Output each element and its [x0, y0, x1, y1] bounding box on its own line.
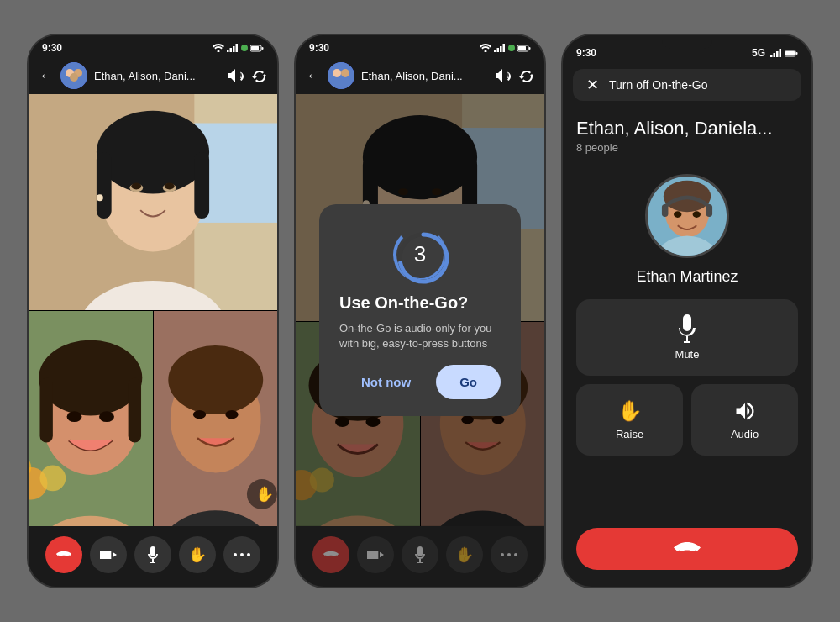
- phone-2: 9:30 ←: [294, 34, 546, 588]
- svg-rect-111: [686, 336, 688, 342]
- svg-rect-55: [503, 44, 506, 52]
- phone3-avatar-section: Ethan Martinez: [563, 167, 811, 299]
- dialog-buttons: Not now Go: [339, 365, 501, 399]
- status-icons-2: [480, 44, 531, 52]
- audio-label-3: Audio: [731, 428, 759, 440]
- video-button-1[interactable]: [90, 536, 127, 573]
- call-header-icons-1: [228, 69, 267, 82]
- avatar-group-1: [60, 62, 87, 89]
- end-call-button-2[interactable]: [312, 536, 349, 573]
- svg-point-42: [225, 409, 238, 418]
- time-3: 9:30: [576, 47, 596, 59]
- svg-rect-53: [497, 48, 500, 52]
- video-bottom-right-1: ✋: [154, 311, 278, 527]
- rotate-icon-2[interactable]: [519, 69, 534, 82]
- battery-icon: [250, 45, 264, 52]
- svg-rect-34: [129, 377, 141, 442]
- rotate-icon-1[interactable]: [252, 69, 267, 82]
- audio-button-3[interactable]: Audio: [691, 384, 798, 456]
- svg-point-24: [97, 194, 103, 201]
- status-bar-1: 9:30: [29, 35, 277, 57]
- video-grid-1: ✋: [29, 94, 277, 526]
- participant-face-3: ✋: [154, 311, 278, 527]
- raise-label-3: Raise: [616, 428, 643, 440]
- svg-rect-110: [683, 314, 691, 331]
- svg-rect-6: [251, 46, 259, 50]
- time-2: 9:30: [309, 42, 329, 54]
- svg-point-22: [131, 183, 141, 190]
- green-dot-2: [508, 45, 515, 51]
- notch: [662, 35, 712, 49]
- call-title-1: Ethan, Alison, Dani...: [94, 70, 222, 82]
- speaker-icon-2[interactable]: [496, 69, 511, 82]
- signal-label-3: 5G: [752, 47, 765, 59]
- mic-button-2[interactable]: [402, 536, 438, 573]
- end-call-button-3[interactable]: [576, 528, 798, 570]
- dialog-timer: 3: [393, 228, 447, 282]
- svg-rect-19: [194, 152, 209, 219]
- svg-rect-98: [780, 49, 782, 57]
- call-controls-1: ✋: [29, 526, 277, 587]
- svg-text:✋: ✋: [255, 485, 275, 503]
- video-button-2[interactable]: [357, 536, 394, 573]
- svg-point-59: [328, 62, 354, 89]
- svg-point-11: [70, 73, 78, 82]
- video-bottom-1: ✋: [29, 311, 277, 527]
- svg-rect-57: [518, 46, 526, 50]
- signal-icon-3: [770, 49, 782, 57]
- svg-rect-2: [230, 48, 233, 52]
- svg-point-50: [247, 553, 250, 556]
- phone3-avatar: [645, 174, 729, 258]
- raise-hand-button-2[interactable]: ✋: [446, 536, 483, 573]
- back-button-2[interactable]: ←: [306, 67, 321, 85]
- phone3-person-name: Ethan Martinez: [636, 268, 738, 286]
- svg-point-23: [165, 183, 175, 190]
- more-button-1[interactable]: [223, 536, 260, 573]
- go-button[interactable]: Go: [436, 365, 501, 399]
- mic-icon-3: [675, 314, 699, 343]
- mute-button-3[interactable]: Mute: [576, 299, 798, 376]
- end-call-button-1[interactable]: [45, 536, 82, 573]
- avatar-group-2: [328, 62, 354, 89]
- mic-button-1[interactable]: [134, 536, 171, 573]
- dialog-overlay: 3 Use On-the-Go? On-the-Go is audio-only…: [296, 94, 544, 526]
- status-bar-2: 9:30: [296, 35, 544, 57]
- video-bottom-left-1: [29, 311, 153, 527]
- speaker-icon-1[interactable]: [228, 69, 244, 82]
- phone-3: 9:30 5G ✕ Turn off On-the-Go Ethan, Alis…: [561, 34, 813, 588]
- header-label-3: Turn off On-the-Go: [609, 78, 708, 92]
- timer-number: 3: [414, 241, 426, 267]
- svg-point-94: [514, 553, 517, 556]
- raise-button-3[interactable]: ✋ Raise: [576, 384, 683, 456]
- battery-icon-3: [785, 50, 798, 57]
- svg-rect-33: [39, 377, 52, 442]
- dialog-description: On-the-Go is audio-only for you with big…: [339, 321, 501, 351]
- svg-point-92: [501, 553, 504, 556]
- raise-hand-button-1[interactable]: ✋: [179, 536, 216, 573]
- call-header-1: ← Ethan, Alison, Dani...: [29, 57, 277, 94]
- signal-icon: [227, 44, 239, 52]
- svg-rect-1: [227, 50, 229, 52]
- phone3-top-bar: ✕ Turn off On-the-Go: [573, 69, 801, 101]
- status-icons-1: [213, 44, 264, 52]
- svg-rect-112: [684, 341, 690, 343]
- svg-point-93: [507, 553, 511, 556]
- green-dot-1: [241, 45, 248, 51]
- participant-face-2: [29, 311, 153, 527]
- close-button-3[interactable]: ✕: [586, 76, 599, 94]
- not-now-button[interactable]: Not now: [346, 365, 426, 399]
- svg-point-61: [341, 69, 349, 77]
- svg-point-35: [67, 411, 82, 422]
- phone3-bottom-row: ✋ Raise Audio: [576, 384, 798, 456]
- svg-rect-58: [529, 47, 531, 50]
- svg-rect-89: [417, 546, 423, 556]
- svg-rect-52: [494, 50, 496, 52]
- back-button-1[interactable]: ←: [39, 67, 54, 85]
- participant-face-1: [29, 94, 277, 310]
- phone3-people-count: 8 people: [563, 141, 811, 167]
- phone3-controls: Mute ✋ Raise Audio: [563, 299, 811, 519]
- more-button-2[interactable]: [491, 536, 528, 573]
- svg-point-48: [234, 553, 237, 556]
- svg-point-32: [39, 340, 142, 415]
- svg-point-108: [674, 211, 681, 218]
